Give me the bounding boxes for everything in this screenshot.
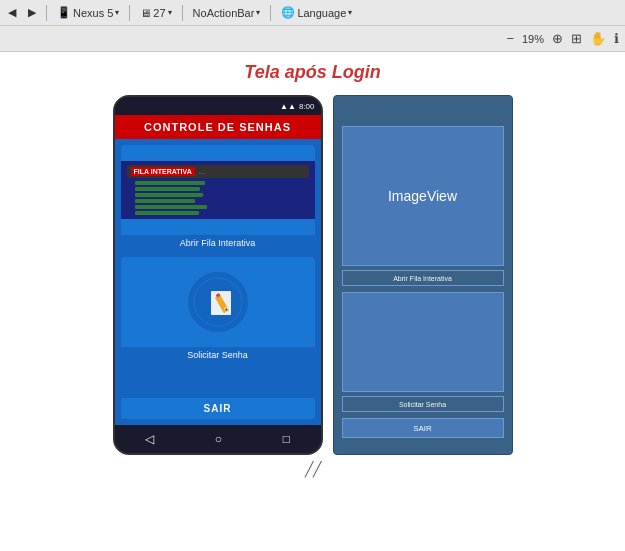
- wireframe-btn2[interactable]: Solicitar Senha: [342, 396, 504, 412]
- fila-line-5: [135, 205, 207, 209]
- app-title: CONTROLE DE SENHAS: [144, 121, 291, 133]
- zoom-in-icon[interactable]: ⊕: [552, 31, 563, 46]
- back-nav-icon: ◁: [145, 432, 154, 446]
- wireframe-sair-label: SAIR: [413, 424, 432, 433]
- fila-card[interactable]: FILA INTERATIVA ...: [121, 145, 315, 251]
- device-selector[interactable]: 📱 Nexus 5 ▾: [53, 5, 123, 20]
- sair-button[interactable]: SAIR: [121, 398, 315, 419]
- language-label: Language: [297, 7, 346, 19]
- separator1: [46, 5, 47, 21]
- fila-line-3: [135, 193, 203, 197]
- page-title: Tela após Login: [244, 62, 380, 83]
- phone-right: ImageView Abrir Fila Interativa Solicita…: [333, 95, 513, 455]
- chevron-down-icon2: ▾: [168, 8, 172, 17]
- main-toolbar: ◀ ▶ 📱 Nexus 5 ▾ 🖥 27 ▾ NoActionBar ▾ 🌐 L…: [0, 0, 625, 26]
- zoom-percent: 19%: [522, 33, 544, 45]
- globe-icon: 🌐: [281, 6, 295, 19]
- recents-nav-icon: □: [283, 432, 290, 446]
- zoom-out-icon[interactable]: −: [506, 31, 514, 46]
- wireframe-sair-button[interactable]: SAIR: [342, 418, 504, 438]
- api-icon: 🖥: [140, 7, 151, 19]
- pencil-circle: [188, 272, 248, 332]
- back-button[interactable]: ◀: [4, 5, 20, 20]
- zoom-toolbar: − 19% ⊕ ⊞ ✋ ℹ: [0, 26, 625, 52]
- nav-bar: ◁ ○ □: [115, 425, 321, 453]
- phone-header: CONTROLE DE SENHAS: [115, 115, 321, 139]
- chevron-down-icon3: ▾: [256, 8, 260, 17]
- imageview-placeholder: ImageView: [342, 126, 504, 266]
- separator4: [270, 5, 271, 21]
- wireframe-btn1-label: Abrir Fila Interativa: [393, 275, 452, 282]
- main-content: Tela após Login ▲▲ 8:00 CONTROLE DE SENH…: [0, 52, 625, 551]
- status-bar: ▲▲ 8:00: [115, 97, 321, 115]
- chevron-down-icon: ▾: [115, 8, 119, 17]
- chevron-down-icon4: ▾: [348, 8, 352, 17]
- fila-line-2: [135, 187, 200, 191]
- senha-card[interactable]: Solicitar Senha: [121, 257, 315, 363]
- phone-left: ▲▲ 8:00 CONTROLE DE SENHAS FILA INTERATI…: [113, 95, 323, 455]
- phone-icon: 📱: [57, 6, 71, 19]
- wireframe-btn2-label: Solicitar Senha: [399, 401, 446, 408]
- separator3: [182, 5, 183, 21]
- fila-badge: FILA INTERATIVA: [131, 167, 195, 176]
- wifi-icon: ▲▲: [280, 102, 296, 111]
- fila-top-bar: FILA INTERATIVA ...: [127, 165, 309, 178]
- fila-lines: [135, 181, 309, 215]
- fila-line-6: [135, 211, 199, 215]
- wireframe-btn1[interactable]: Abrir Fila Interativa: [342, 270, 504, 286]
- fila-label: Abrir Fila Interativa: [121, 235, 315, 251]
- time-display: 8:00: [299, 102, 315, 111]
- scroll-indicator: ╱╱: [305, 461, 321, 477]
- phones-container: ▲▲ 8:00 CONTROLE DE SENHAS FILA INTERATI…: [113, 95, 513, 455]
- imageview-label: ImageView: [388, 188, 457, 204]
- fila-line-1: [135, 181, 205, 185]
- status-icons: ▲▲ 8:00: [280, 102, 314, 111]
- wireframe-top: [334, 96, 512, 120]
- separator2: [129, 5, 130, 21]
- wireframe-card2: [342, 292, 504, 392]
- info-icon[interactable]: ℹ: [614, 31, 619, 46]
- senha-label: Solicitar Senha: [121, 347, 315, 363]
- device-label: Nexus 5: [73, 7, 113, 19]
- fila-illustration: FILA INTERATIVA ...: [121, 161, 315, 219]
- theme-selector[interactable]: NoActionBar ▾: [189, 6, 265, 20]
- home-nav-icon: ○: [215, 432, 222, 446]
- pencil-icon: [193, 277, 243, 327]
- language-selector[interactable]: 🌐 Language ▾: [277, 5, 356, 20]
- forward-button[interactable]: ▶: [24, 5, 40, 20]
- fila-image: FILA INTERATIVA ...: [121, 145, 315, 235]
- senha-image: [121, 257, 315, 347]
- fila-line-4: [135, 199, 195, 203]
- fila-dots: ...: [199, 167, 206, 176]
- fit-icon[interactable]: ⊞: [571, 31, 582, 46]
- hand-icon[interactable]: ✋: [590, 31, 606, 46]
- api-selector[interactable]: 🖥 27 ▾: [136, 6, 175, 20]
- theme-label: NoActionBar: [193, 7, 255, 19]
- api-label: 27: [153, 7, 165, 19]
- phone-body: FILA INTERATIVA ...: [115, 139, 321, 425]
